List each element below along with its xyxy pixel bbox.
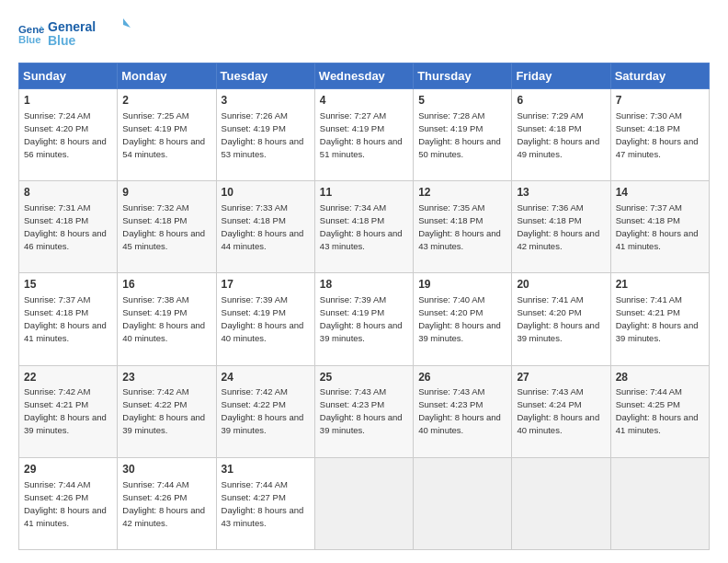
day-number: 10 xyxy=(222,185,310,201)
day-number: 3 xyxy=(222,93,310,109)
day-info: Sunrise: 7:39 AMSunset: 4:19 PMDaylight:… xyxy=(222,294,304,343)
header: General Blue General Blue xyxy=(18,17,710,53)
day-info: Sunrise: 7:28 AMSunset: 4:19 PMDaylight:… xyxy=(418,110,501,159)
day-number: 14 xyxy=(616,185,704,201)
day-number: 23 xyxy=(122,370,210,385)
table-row xyxy=(414,457,512,549)
col-header-thursday: Thursday xyxy=(414,63,512,89)
day-info: Sunrise: 7:42 AMSunset: 4:21 PMDaylight:… xyxy=(24,386,107,435)
table-row: 23Sunrise: 7:42 AMSunset: 4:22 PMDayligh… xyxy=(118,365,216,457)
day-number: 18 xyxy=(320,277,408,293)
day-number: 4 xyxy=(320,93,408,109)
table-row: 11Sunrise: 7:34 AMSunset: 4:18 PMDayligh… xyxy=(314,181,413,273)
day-info: Sunrise: 7:37 AMSunset: 4:18 PMDaylight:… xyxy=(24,294,107,343)
day-number: 31 xyxy=(222,462,310,477)
day-number: 25 xyxy=(320,370,408,385)
day-number: 29 xyxy=(24,462,112,477)
day-info: Sunrise: 7:38 AMSunset: 4:19 PMDaylight:… xyxy=(122,294,205,343)
table-row: 1Sunrise: 7:24 AMSunset: 4:20 PMDaylight… xyxy=(19,89,118,181)
day-number: 17 xyxy=(222,277,310,293)
day-number: 13 xyxy=(517,185,605,201)
col-header-wednesday: Wednesday xyxy=(314,63,413,89)
day-number: 19 xyxy=(418,277,506,293)
day-number: 30 xyxy=(122,462,210,477)
table-row: 8Sunrise: 7:31 AMSunset: 4:18 PMDaylight… xyxy=(19,181,118,273)
day-info: Sunrise: 7:29 AMSunset: 4:18 PMDaylight:… xyxy=(517,110,599,159)
table-row: 31Sunrise: 7:44 AMSunset: 4:27 PMDayligh… xyxy=(216,457,314,549)
day-number: 6 xyxy=(517,93,605,109)
day-number: 22 xyxy=(24,370,112,385)
col-header-saturday: Saturday xyxy=(610,63,709,89)
table-row: 18Sunrise: 7:39 AMSunset: 4:19 PMDayligh… xyxy=(314,273,413,365)
table-row: 13Sunrise: 7:36 AMSunset: 4:18 PMDayligh… xyxy=(512,181,610,273)
table-row xyxy=(610,457,709,549)
day-info: Sunrise: 7:44 AMSunset: 4:27 PMDaylight:… xyxy=(222,479,304,528)
day-info: Sunrise: 7:26 AMSunset: 4:19 PMDaylight:… xyxy=(222,110,304,159)
day-info: Sunrise: 7:43 AMSunset: 4:23 PMDaylight:… xyxy=(418,386,501,435)
table-row: 30Sunrise: 7:44 AMSunset: 4:26 PMDayligh… xyxy=(118,457,216,549)
table-row: 9Sunrise: 7:32 AMSunset: 4:18 PMDaylight… xyxy=(118,181,216,273)
day-info: Sunrise: 7:42 AMSunset: 4:22 PMDaylight:… xyxy=(222,386,304,435)
day-number: 16 xyxy=(122,277,210,293)
day-info: Sunrise: 7:32 AMSunset: 4:18 PMDaylight:… xyxy=(122,202,205,251)
day-info: Sunrise: 7:41 AMSunset: 4:21 PMDaylight:… xyxy=(616,294,699,343)
table-row: 29Sunrise: 7:44 AMSunset: 4:26 PMDayligh… xyxy=(19,457,118,549)
col-header-tuesday: Tuesday xyxy=(216,63,314,89)
day-info: Sunrise: 7:43 AMSunset: 4:24 PMDaylight:… xyxy=(517,386,599,435)
day-number: 28 xyxy=(616,370,704,385)
svg-text:General: General xyxy=(48,19,96,34)
table-row: 24Sunrise: 7:42 AMSunset: 4:22 PMDayligh… xyxy=(216,365,314,457)
svg-text:Blue: Blue xyxy=(48,33,76,48)
table-row: 5Sunrise: 7:28 AMSunset: 4:19 PMDaylight… xyxy=(414,89,512,181)
day-info: Sunrise: 7:24 AMSunset: 4:20 PMDaylight:… xyxy=(24,110,107,159)
day-info: Sunrise: 7:44 AMSunset: 4:25 PMDaylight:… xyxy=(616,386,699,435)
table-row: 12Sunrise: 7:35 AMSunset: 4:18 PMDayligh… xyxy=(414,181,512,273)
table-row: 6Sunrise: 7:29 AMSunset: 4:18 PMDaylight… xyxy=(512,89,610,181)
logo-icon: General Blue xyxy=(18,22,44,48)
calendar-table: SundayMondayTuesdayWednesdayThursdayFrid… xyxy=(18,63,710,550)
day-number: 24 xyxy=(222,370,310,385)
table-row: 25Sunrise: 7:43 AMSunset: 4:23 PMDayligh… xyxy=(314,365,413,457)
table-row: 17Sunrise: 7:39 AMSunset: 4:19 PMDayligh… xyxy=(216,273,314,365)
day-info: Sunrise: 7:30 AMSunset: 4:18 PMDaylight:… xyxy=(616,110,699,159)
day-number: 7 xyxy=(616,93,704,109)
table-row: 28Sunrise: 7:44 AMSunset: 4:25 PMDayligh… xyxy=(610,365,709,457)
page: General Blue General Blue SundayMondayTu… xyxy=(0,0,728,563)
table-row xyxy=(314,457,413,549)
svg-marker-5 xyxy=(123,18,131,28)
day-info: Sunrise: 7:44 AMSunset: 4:26 PMDaylight:… xyxy=(24,479,107,528)
day-info: Sunrise: 7:25 AMSunset: 4:19 PMDaylight:… xyxy=(122,110,205,159)
day-number: 20 xyxy=(517,277,605,293)
day-number: 2 xyxy=(122,93,210,109)
table-row: 10Sunrise: 7:33 AMSunset: 4:18 PMDayligh… xyxy=(216,181,314,273)
day-info: Sunrise: 7:34 AMSunset: 4:18 PMDaylight:… xyxy=(320,202,403,251)
table-row: 21Sunrise: 7:41 AMSunset: 4:21 PMDayligh… xyxy=(610,273,709,365)
table-row: 16Sunrise: 7:38 AMSunset: 4:19 PMDayligh… xyxy=(118,273,216,365)
day-info: Sunrise: 7:33 AMSunset: 4:18 PMDaylight:… xyxy=(222,202,304,251)
day-number: 11 xyxy=(320,185,408,201)
col-header-monday: Monday xyxy=(118,63,216,89)
day-number: 5 xyxy=(418,93,506,109)
table-row: 22Sunrise: 7:42 AMSunset: 4:21 PMDayligh… xyxy=(19,365,118,457)
col-header-friday: Friday xyxy=(512,63,610,89)
table-row: 19Sunrise: 7:40 AMSunset: 4:20 PMDayligh… xyxy=(414,273,512,365)
day-number: 12 xyxy=(418,185,506,201)
table-row: 2Sunrise: 7:25 AMSunset: 4:19 PMDaylight… xyxy=(118,89,216,181)
logo-svg: General Blue xyxy=(48,17,131,50)
logo: General Blue General Blue xyxy=(18,17,131,53)
col-header-sunday: Sunday xyxy=(19,63,118,89)
table-row: 7Sunrise: 7:30 AMSunset: 4:18 PMDaylight… xyxy=(610,89,709,181)
table-row: 27Sunrise: 7:43 AMSunset: 4:24 PMDayligh… xyxy=(512,365,610,457)
day-number: 21 xyxy=(616,277,704,293)
svg-text:Blue: Blue xyxy=(18,34,41,45)
day-info: Sunrise: 7:37 AMSunset: 4:18 PMDaylight:… xyxy=(616,202,699,251)
table-row: 3Sunrise: 7:26 AMSunset: 4:19 PMDaylight… xyxy=(216,89,314,181)
day-info: Sunrise: 7:27 AMSunset: 4:19 PMDaylight:… xyxy=(320,110,403,159)
day-info: Sunrise: 7:40 AMSunset: 4:20 PMDaylight:… xyxy=(418,294,501,343)
day-number: 27 xyxy=(517,370,605,385)
day-info: Sunrise: 7:42 AMSunset: 4:22 PMDaylight:… xyxy=(122,386,205,435)
table-row: 26Sunrise: 7:43 AMSunset: 4:23 PMDayligh… xyxy=(414,365,512,457)
table-row xyxy=(512,457,610,549)
day-info: Sunrise: 7:31 AMSunset: 4:18 PMDaylight:… xyxy=(24,202,107,251)
day-info: Sunrise: 7:36 AMSunset: 4:18 PMDaylight:… xyxy=(517,202,599,251)
